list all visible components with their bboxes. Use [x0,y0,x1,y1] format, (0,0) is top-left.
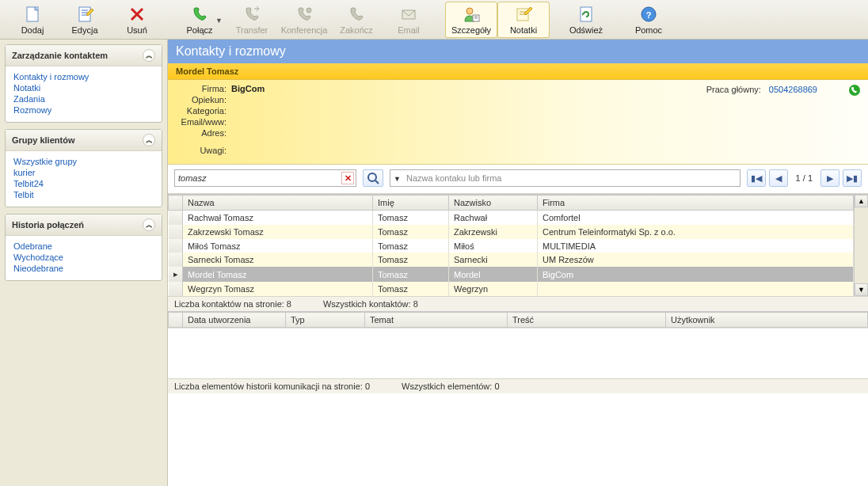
notes-button[interactable]: Notatki [497,2,550,38]
grid-scrollbar[interactable]: ▲ ▼ [854,195,868,296]
help-button[interactable]: ? Pomoc [622,2,675,38]
table-row[interactable]: Miłoś TomaszTomaszMiłośMULTIMEDIA [169,239,854,253]
panel-history: Historia połączeń ︽ OdebraneWychodząceNi… [5,214,162,281]
col-name[interactable]: Nazwa [183,196,373,211]
page-title: Kontakty i rozmowy [168,40,868,63]
end-label: Zakończ [340,25,373,35]
page-info: 1 / 1 [791,173,817,183]
label-uwagi: Uwagi: [176,146,231,155]
phone-green-icon [190,5,209,24]
scroll-down-icon[interactable]: ▼ [855,283,868,296]
contact-card: Mordel Tomasz Firma:BigCom Opiekun: Kate… [168,63,868,165]
edit-label: Edycja [71,25,97,35]
page-last-button[interactable]: ▶▮ [843,169,862,187]
status-total-count: Wszystkich kontaktów: 8 [323,299,418,309]
svg-line-18 [375,180,379,184]
sidebar-link[interactable]: Wychodzące [13,252,154,263]
table-row[interactable]: Rachwał TomaszTomaszRachwałComfortel [169,211,854,225]
page-first-button[interactable]: ▮◀ [747,169,766,187]
envelope-icon [399,5,418,24]
pager: ▮◀ ◀ 1 / 1 ▶ ▶▮ [747,169,862,187]
status-history-page: Liczba elementów historii komunikacji na… [174,382,370,391]
svg-point-7 [466,8,473,14]
col-company[interactable]: Firma [538,196,854,211]
label-email: Email/www: [176,117,231,127]
label-adres: Adres: [176,128,231,138]
transfer-label: Transfer [236,25,268,35]
search-toolbar: ✕ ▼ Nazwa kontaku lub firma ▮◀ ◀ 1 / 1 ▶… [168,165,868,194]
panel-title: Historia połączeń [12,220,84,230]
search-input[interactable] [174,169,356,187]
phone-status-icon[interactable] [849,85,860,96]
end-button: Zakończ [330,2,383,38]
connect-button[interactable]: Połącz ▼ [173,2,226,38]
email-button: Email [383,2,435,38]
transfer-button: Transfer [226,2,278,38]
history-status: Liczba elementów historii komunikacji na… [168,378,868,393]
sidebar-link[interactable]: Wszystkie grupy [13,156,154,167]
sidebar-link[interactable]: Kontakty i rozmowy [13,71,154,82]
edit-file-icon [75,5,94,24]
page-prev-button[interactable]: ◀ [769,169,788,187]
col-subject[interactable]: Temat [365,313,508,328]
sidebar-link[interactable]: Nieodebrane [13,263,154,274]
content-area: Kontakty i rozmowy Mordel Tomasz Firma:B… [168,40,868,486]
refresh-button[interactable]: Odśwież [560,2,612,38]
table-row[interactable]: Wegrzyn TomaszTomaszWegrzyn [169,282,854,296]
sidebar-link[interactable]: Odebrane [13,241,154,252]
connect-label: Połącz [186,25,212,35]
sidebar-link[interactable]: Zadania [13,93,154,104]
conference-icon [295,5,314,24]
value-firma: BigCom [231,84,265,93]
call-label: Praca główny: [706,85,761,94]
table-row[interactable]: ▸Mordel TomaszTomaszMordelBigCom [169,267,854,282]
label-opiekun: Opiekun: [176,95,231,104]
sidebar-link[interactable]: Telbit [13,189,154,200]
grid-status: Liczba kontaktów na stronie: 8 Wszystkic… [168,296,868,311]
dropdown-caret-icon[interactable]: ▼ [215,17,223,25]
search-button[interactable] [363,169,383,187]
col-type[interactable]: Typ [286,313,365,328]
panel-contact-mgmt: Zarządzanie kontaktem ︽ Kontakty i rozmo… [5,44,162,123]
delete-label: Usuń [127,25,147,35]
scroll-up-icon[interactable]: ▲ [855,195,868,207]
help-icon: ? [639,5,658,24]
status-history-total: Wszystkich elementów: 0 [402,382,499,391]
clear-search-icon[interactable]: ✕ [341,172,354,184]
col-date[interactable]: Data utworzenia [183,313,286,328]
add-button[interactable]: Dodaj [6,2,59,38]
refresh-icon [577,5,596,24]
collapse-icon[interactable]: ︽ [143,49,155,62]
sidebar-link[interactable]: Telbit24 [13,178,154,189]
table-row[interactable]: Sarnecki TomaszTomaszSarneckiUM Rzeszów [169,252,854,267]
filter-input[interactable]: ▼ Nazwa kontaku lub firma [390,169,740,187]
notes-icon [514,5,533,24]
label-kategoria: Kategoria: [176,106,231,116]
svg-point-17 [368,173,376,181]
collapse-icon[interactable]: ︽ [143,134,155,146]
col-user[interactable]: Użytkownik [666,313,868,328]
conference-label: Konferencja [281,25,328,35]
conference-button: Konferencja [278,2,330,38]
refresh-label: Odśwież [569,25,603,35]
details-button[interactable]: Szczegóły [445,2,497,38]
delete-button[interactable]: Usuń [111,2,163,38]
col-firstname[interactable]: Imię [373,196,449,211]
sidebar-link[interactable]: Rozmowy [13,104,154,116]
panel-title: Zarządzanie kontaktem [12,51,108,60]
collapse-icon[interactable]: ︽ [143,218,155,231]
main-toolbar: Dodaj Edycja Usuń Połącz ▼ Tr [0,0,868,40]
sidebar: Zarządzanie kontaktem ︽ Kontakty i rozmo… [0,40,168,486]
edit-button[interactable]: Edycja [59,2,111,38]
dropdown-caret-icon: ▼ [394,175,401,183]
sidebar-link[interactable]: Notatki [13,82,154,93]
sidebar-link[interactable]: kurier [13,167,154,178]
col-lastname[interactable]: Nazwisko [449,196,538,211]
phone-number-link[interactable]: 0504268869 [769,85,817,94]
col-content[interactable]: Treść [508,313,666,328]
delete-x-icon [128,5,147,24]
page-next-button[interactable]: ▶ [820,169,839,187]
contact-name: Mordel Tomasz [168,63,868,80]
history-grid: Data utworzenia Typ Temat Treść Użytkown… [168,311,868,378]
table-row[interactable]: Zakrzewski TomaszTomaszZakrzewskiCentrum… [169,225,854,239]
